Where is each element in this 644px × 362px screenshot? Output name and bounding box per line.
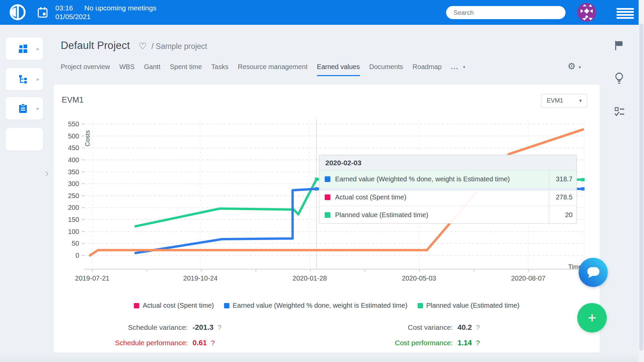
tab-tasks[interactable]: Tasks <box>211 63 228 76</box>
legend-item-earned-value[interactable]: Earned value (Weighted % done, weight is… <box>224 302 408 309</box>
breadcrumb[interactable]: / Sample project <box>152 42 207 51</box>
current-time: 03:16 <box>55 4 73 12</box>
series-color-swatch <box>325 212 330 218</box>
favorite-heart-icon[interactable]: ♡ <box>139 41 147 52</box>
help-icon[interactable]: ? <box>476 323 480 331</box>
calendar-icon[interactable] <box>38 7 48 18</box>
more-dots-icon: ... <box>451 63 459 70</box>
add-new-fab-button[interactable]: + <box>577 303 607 333</box>
sidebar-expand-chevron[interactable]: › <box>45 166 49 179</box>
schedule-performance-stat: Schedule performance: 0.61 ? <box>75 339 215 347</box>
chevron-right-icon: ▸ <box>37 76 40 83</box>
project-tabs: Project overview WBS Gantt Spent time Ta… <box>61 63 466 76</box>
chevron-down-icon: ▾ <box>463 65 466 69</box>
tab-roadmap[interactable]: Roadmap <box>413 63 442 76</box>
page-scrollbar-thumb[interactable] <box>639 23 643 351</box>
lightbulb-icon[interactable] <box>614 72 625 84</box>
tooltip-row-planned-value: Planned value (Estimated time) 20 <box>319 206 577 224</box>
cost-variance-stat: Cost variance: 40.2 ? <box>340 323 480 332</box>
tab-project-overview[interactable]: Project overview <box>61 63 110 76</box>
tab-more-menu[interactable]: ... ▾ <box>451 63 466 76</box>
chart-tooltip: 2020-02-03 Earned value (Weighted % done… <box>319 155 577 224</box>
help-icon[interactable]: ? <box>211 339 215 347</box>
chat-bubble-icon <box>586 266 600 279</box>
chevron-right-icon: ▸ <box>37 45 40 52</box>
chevron-right-icon: ▸ <box>37 105 40 112</box>
clipboard-icon <box>18 103 28 114</box>
chevron-down-icon: ▼ <box>578 98 583 103</box>
stat-value: 0.61 <box>193 339 207 347</box>
evm-selector-value: EVM1 <box>547 97 563 104</box>
tab-spent-time[interactable]: Spent time <box>170 63 202 76</box>
meetings-status: No upcoming meetings <box>85 4 157 12</box>
series-color-swatch <box>325 176 330 182</box>
schedule-variance-stat: Schedule variance: -201.3 ? <box>75 323 221 332</box>
sidebar-item-tasks[interactable]: ▸ <box>6 97 43 120</box>
help-icon[interactable]: ? <box>217 323 221 331</box>
stat-label: Cost variance: <box>340 323 453 331</box>
top-header-bar: 03:16 No upcoming meetings 01/05/2021 <box>0 0 644 25</box>
chat-bubble-button[interactable] <box>579 258 608 287</box>
stat-value: -201.3 <box>193 323 213 332</box>
chart-legend: Actual cost (Spent time) Earned value (W… <box>54 302 600 309</box>
tab-gantt[interactable]: Gantt <box>144 63 160 76</box>
dashboard-icon <box>18 44 28 54</box>
cost-performance-stat: Cost performance: 1.14 ? <box>340 339 480 347</box>
stat-value: 40.2 <box>458 323 472 332</box>
tooltip-hover-strip <box>319 188 577 191</box>
sidebar-item-empty[interactable] <box>6 128 43 150</box>
chevron-down-icon: ▾ <box>579 65 581 70</box>
tooltip-row-label: Planned value (Estimated time) <box>335 211 428 219</box>
page-scrollbar-track[interactable] <box>639 0 644 362</box>
tooltip-row-value: 20 <box>549 206 577 224</box>
tooltip-row-label: Earned value (Weighted % done, weight is… <box>335 175 510 183</box>
page-bottom-fade <box>0 354 644 362</box>
series-color-swatch <box>325 194 330 200</box>
app-logo-icon[interactable] <box>9 3 26 21</box>
evm-selector-dropdown[interactable]: EVM1 ▼ <box>541 94 587 108</box>
stat-label: Schedule variance: <box>75 323 188 331</box>
legend-label: Actual cost (Spent time) <box>143 302 214 309</box>
flag-icon[interactable] <box>614 40 624 51</box>
tab-resource-management[interactable]: Resource management <box>238 63 308 76</box>
tooltip-row-label: Actual cost (Spent time) <box>335 193 406 201</box>
legend-swatch <box>418 303 423 308</box>
page-title: Default Project <box>61 40 130 52</box>
legend-item-planned-value[interactable]: Planned value (Estimated time) <box>418 302 520 309</box>
tab-documents[interactable]: Documents <box>369 63 403 76</box>
gear-icon: ⚙ <box>568 61 576 72</box>
clock-meetings-block: 03:16 No upcoming meetings 01/05/2021 <box>55 4 156 21</box>
chart-title: EVM1 <box>62 95 84 105</box>
legend-item-actual-cost[interactable]: Actual cost (Spent time) <box>134 302 214 309</box>
legend-swatch <box>224 303 229 308</box>
tooltip-row-value: 318.7 <box>549 170 577 188</box>
stat-value: 1.14 <box>458 339 472 347</box>
tooltip-date: 2020-02-03 <box>319 155 577 170</box>
tooltip-row-earned-value: Earned value (Weighted % done, weight is… <box>319 170 577 188</box>
user-avatar[interactable] <box>577 3 596 22</box>
tab-earned-values[interactable]: Earned values <box>317 63 360 76</box>
current-date: 01/05/2021 <box>55 12 156 21</box>
help-icon[interactable]: ? <box>476 339 480 347</box>
tab-wbs[interactable]: WBS <box>119 63 135 76</box>
tooltip-row-value: 278.5 <box>549 188 577 206</box>
hamburger-menu-icon[interactable] <box>616 8 634 20</box>
legend-label: Planned value (Estimated time) <box>426 302 520 309</box>
stat-label: Cost performance: <box>340 339 453 347</box>
plus-icon: + <box>588 309 596 326</box>
stat-label: Schedule performance: <box>75 339 188 347</box>
tree-icon <box>18 74 28 84</box>
sidebar-item-dashboard[interactable]: ▸ <box>6 38 43 60</box>
legend-label: Earned value (Weighted % done, weight is… <box>233 302 408 309</box>
legend-swatch <box>134 303 139 308</box>
search-input[interactable] <box>446 6 566 19</box>
settings-menu-button[interactable]: ⚙ ▾ <box>568 61 581 72</box>
sidebar-item-project-tree[interactable]: ▸ <box>6 68 43 90</box>
checklist-icon[interactable] <box>614 107 625 117</box>
